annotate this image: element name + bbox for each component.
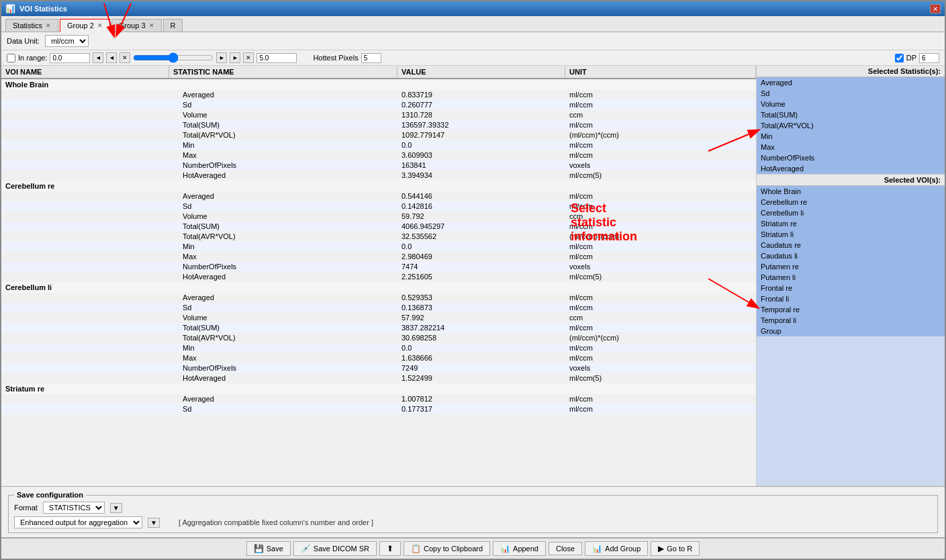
cell-stat: HotAveraged [169,272,397,281]
title-bar: 📊 VOI Statistics ✕ [1,1,945,16]
upload-button[interactable]: ⬆ [379,541,401,556]
statistic-item[interactable]: Max [757,142,945,152]
statistic-item[interactable]: Averaged [757,77,945,88]
format-select[interactable]: STATISTICS [43,502,105,514]
voi-item[interactable]: Caudatus li [757,250,945,261]
cell-value: 0.0 [397,343,565,353]
range-prev-btn[interactable]: ◄ [93,52,103,63]
go-to-r-button[interactable]: ▶ Go to R [651,541,700,556]
statistic-item[interactable]: NumberOfPixels [757,152,945,163]
statistic-item[interactable]: Total(SUM) [757,109,945,120]
table-row: Min 0.0 ml/ccm [1,140,756,150]
table-row: Total(SUM) 3837.282214 ml/ccm [1,323,756,333]
cell-voi [1,130,169,140]
add-group-button[interactable]: 📊 Add Group [585,541,648,556]
cell-voi [1,140,169,150]
voi-item[interactable]: Putamen re [757,261,945,272]
cell-value: 1.522499 [397,373,565,383]
save-button[interactable]: 💾 Save [246,541,291,556]
range-delete-btn[interactable]: ✕ [120,52,130,63]
cell-value: 59.792 [397,212,565,221]
voi-item[interactable]: Frontal li [757,293,945,304]
voi-item[interactable]: Caudatus re [757,240,945,250]
cell-unit: ml/ccm [565,353,756,363]
cell-value: 0.529353 [397,293,565,302]
tab-statistics-close[interactable]: ✕ [46,22,51,29]
tab-group2-close[interactable]: ✕ [97,22,103,29]
statistic-item[interactable]: Sd [757,88,945,99]
hottest-input[interactable] [361,53,381,63]
voi-item[interactable]: Cerebellum re [757,197,945,207]
tab-group3[interactable]: Group 3 ✕ [111,19,162,32]
cell-voi [1,212,169,221]
statistic-item[interactable]: Min [757,131,945,142]
copy-button[interactable]: 📋 Copy to Clipboard [404,541,490,556]
cell-voi [1,343,169,353]
save-config-fieldset: Save configuration Format STATISTICS ▼ E… [8,491,938,533]
enhanced-dropdown-btn[interactable]: ▼ [148,518,160,528]
table-row: Max 1.638666 ml/ccm [1,353,756,363]
voi-item[interactable]: Group [757,326,945,336]
format-dropdown-btn[interactable]: ▼ [110,503,122,513]
app-icon: 📊 [5,4,15,13]
cell-stat: NumberOfPixels [169,160,397,170]
statistic-item[interactable]: HotAveraged [757,163,945,174]
table-row: Sd 0.260777 ml/ccm [1,100,756,110]
cell-voi [1,201,169,211]
close-button[interactable]: ✕ [930,4,941,13]
tab-group2-label: Group 2 [67,21,94,30]
cell-unit: ccm [565,110,756,120]
voi-item[interactable]: Temporal li [757,315,945,326]
range-prev2-btn[interactable]: ◄ [106,52,117,63]
statistic-item[interactable]: Volume [757,99,945,109]
cell-unit: ml/ccm [565,293,756,302]
cell-value: 3.394934 [397,171,565,180]
in-range-checkbox[interactable] [7,54,15,62]
voi-item[interactable]: Cerebellum li [757,207,945,218]
range-delete2-btn[interactable]: ✕ [243,52,254,63]
statistic-item[interactable]: Total(AVR*VOL) [757,120,945,131]
cell-unit: (ml/ccm)*(ccm) [565,130,756,140]
tab-r[interactable]: R [163,19,183,32]
voi-item[interactable]: Frontal re [757,283,945,293]
dp-checkbox[interactable] [895,54,904,62]
cell-stat: Averaged [169,90,397,99]
voi-item[interactable]: Putamen li [757,272,945,283]
cell-stat: Total(SUM) [169,120,397,130]
range-slider[interactable] [133,52,214,63]
data-unit-select[interactable]: ml/ccm [45,35,89,47]
go-to-r-icon: ▶ [658,544,664,553]
cell-stat: Min [169,140,397,150]
voi-item[interactable]: Temporal re [757,304,945,315]
range-end-input[interactable] [256,53,297,63]
append-button[interactable]: 📊 Append [493,541,546,556]
append-label: Append [513,545,538,553]
tab-statistics[interactable]: Statistics ✕ [5,19,58,32]
enhanced-select[interactable]: Enhanced output for aggregation [14,516,142,528]
cell-value: 7249 [397,363,565,373]
voi-item[interactable]: Striatum li [757,229,945,240]
tab-group2[interactable]: Group 2 ✕ [60,19,110,32]
table-row: Min 0.0 ml/ccm [1,242,756,252]
cell-unit: ml/ccm [565,140,756,150]
table-row: NumberOfPixels 7249 voxels [1,363,756,373]
close-button[interactable]: Close [549,542,582,555]
voi-item[interactable]: Striatum re [757,218,945,229]
voi-item[interactable]: Whole Brain [757,186,945,197]
cell-unit: voxels [565,262,756,271]
cell-voi [1,272,169,281]
range-start-input[interactable] [50,53,90,63]
cell-value: 0.260777 [397,100,565,109]
voi-list: Whole BrainCerebellum reCerebellum liStr… [757,186,945,485]
range-next2-btn[interactable]: ► [230,52,240,63]
table-row: HotAveraged 2.251605 ml/ccm(5) [1,272,756,282]
cell-value: 0.177317 [397,404,565,414]
tab-group3-close[interactable]: ✕ [149,22,154,29]
bottom-toolbar: 💾 Save 💉 Save DICOM SR ⬆ 📋 Copy to Clipb… [1,537,945,559]
save-dicom-button[interactable]: 💉 Save DICOM SR [293,541,377,556]
table-row: Averaged 0.544146 ml/ccm [1,191,756,201]
range-next-btn[interactable]: ► [216,52,227,63]
dp-input[interactable] [919,53,939,63]
aggregation-note: [ Aggregation compatible fixed column's … [179,518,373,526]
cell-voi [1,373,169,383]
